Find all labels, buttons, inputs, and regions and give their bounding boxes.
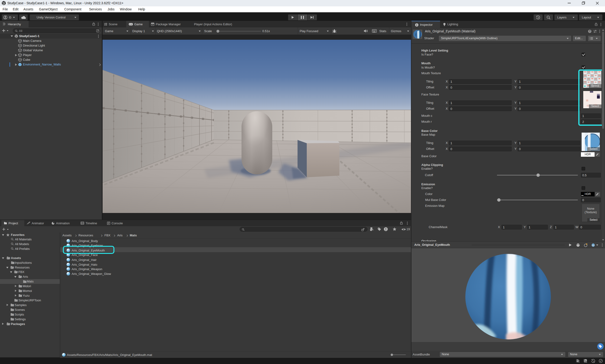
svg-text:?: ? — [589, 30, 590, 33]
